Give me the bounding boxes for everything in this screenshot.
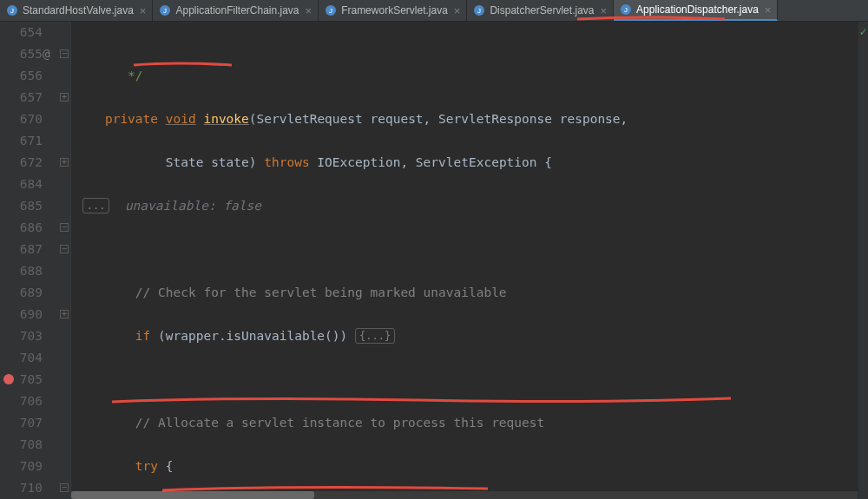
svg-text:J: J — [163, 7, 167, 15]
line-number[interactable]: 657 — [0, 87, 43, 108]
close-icon[interactable]: × — [306, 4, 312, 17]
inlay-hint: unavailable: false — [125, 199, 261, 213]
tab-label: StandardHostValve.java — [23, 4, 134, 16]
line-number[interactable]: 689 — [0, 282, 43, 304]
code-line[interactable]: try { — [71, 456, 858, 477]
code-line[interactable]: if (wrapper.isUnavailable()) {...} — [71, 325, 858, 347]
code-line[interactable] — [71, 369, 858, 391]
keyword-try: try — [135, 459, 158, 473]
close-icon[interactable]: × — [140, 4, 147, 17]
line-number[interactable]: 709 — [0, 456, 43, 477]
method-name-invoke: invoke — [203, 112, 248, 126]
annotation-mark — [162, 487, 488, 490]
line-number[interactable]: 688 — [0, 260, 43, 282]
close-icon[interactable]: × — [454, 4, 461, 17]
line-number[interactable]: 704 — [0, 347, 43, 369]
override-marker-icon[interactable]: @ — [43, 43, 50, 65]
annotation-mark — [112, 398, 731, 402]
line-number[interactable]: 687 — [0, 239, 43, 260]
code-text: { — [158, 459, 173, 473]
editor-tab[interactable]: JFrameworkServlet.java× — [319, 0, 467, 21]
line-number[interactable]: 684 — [0, 174, 43, 195]
code-line[interactable]: private void invoke(ServletRequest reque… — [71, 108, 858, 130]
java-file-icon: J — [620, 3, 632, 16]
fold-collapse-icon[interactable]: − — [60, 483, 69, 492]
inspection-ok-icon: ✓ — [860, 24, 867, 38]
line-number-gutter: 654655@656657670671672684685686687688689… — [0, 22, 58, 499]
line-number[interactable]: 710 — [0, 477, 43, 499]
comment: // Allocate a servlet instance to proces… — [135, 416, 544, 430]
fold-collapse-icon[interactable]: − — [60, 223, 69, 232]
keyword-throws: throws — [264, 155, 309, 169]
svg-text:J: J — [10, 7, 14, 15]
line-number[interactable]: 671 — [0, 130, 43, 152]
tab-label: ApplicationDispatcher.java — [636, 3, 759, 16]
line-number[interactable]: 707 — [0, 412, 43, 434]
keyword-void: void — [166, 112, 196, 126]
editor-area: 654655@656657670671672684685686687688689… — [0, 22, 868, 499]
code-line[interactable]: */ — [71, 65, 858, 87]
fold-marker[interactable]: {...} — [355, 328, 395, 344]
line-number[interactable]: 670 — [0, 108, 43, 130]
code-text: IOException, ServletException { — [310, 155, 552, 169]
java-file-icon: J — [6, 4, 18, 16]
close-icon[interactable]: × — [765, 3, 772, 16]
code-text: State state) — [75, 155, 264, 169]
line-number[interactable]: 686 — [0, 217, 43, 239]
line-number[interactable]: 654 — [0, 22, 43, 43]
tab-label: ApplicationFilterChain.java — [175, 4, 299, 16]
line-number[interactable]: 708 — [0, 434, 43, 456]
code-line[interactable]: // Check for the servlet being marked un… — [71, 282, 858, 304]
code-line[interactable]: State state) throws IOException, Servlet… — [71, 152, 858, 174]
fold-gutter: −++−−+−− — [58, 22, 71, 499]
code-line[interactable]: // Allocate a servlet instance to proces… — [71, 412, 858, 434]
line-number[interactable]: 656 — [0, 65, 43, 87]
tab-label: DispatcherServlet.java — [490, 4, 594, 16]
code-text: (wrapper.isUnavailable()) — [150, 329, 355, 343]
breakpoint-icon[interactable] — [3, 374, 14, 384]
fold-expand-icon[interactable]: + — [60, 93, 69, 102]
editor-tab[interactable]: JDispatcherServlet.java× — [467, 0, 614, 21]
keyword-private: private — [105, 112, 158, 126]
fold-expand-icon[interactable]: + — [60, 158, 69, 167]
java-file-icon: J — [159, 4, 171, 16]
svg-text:J: J — [624, 6, 628, 14]
code-area[interactable]: */ private void invoke(ServletRequest re… — [71, 22, 858, 499]
line-number[interactable]: 690 — [0, 304, 43, 325]
marker-strip[interactable]: ✓ — [858, 22, 868, 499]
code-line[interactable] — [71, 239, 858, 260]
line-number[interactable]: 672 — [0, 152, 43, 174]
editor-tab[interactable]: JStandardHostValve.java× — [0, 0, 153, 21]
line-number[interactable]: 655@ — [0, 43, 43, 65]
line-number[interactable]: 705 — [0, 369, 43, 391]
line-number[interactable]: 706 — [0, 391, 43, 412]
tab-label: FrameworkServlet.java — [341, 4, 448, 16]
line-number[interactable]: 703 — [0, 325, 43, 347]
close-icon[interactable]: × — [600, 4, 607, 17]
svg-text:J: J — [329, 7, 332, 15]
java-file-icon: J — [325, 4, 337, 16]
svg-text:J: J — [477, 7, 481, 15]
editor-tabs: JStandardHostValve.java×JApplicationFilt… — [0, 0, 868, 22]
fold-expand-icon[interactable]: + — [60, 310, 69, 318]
comment: // Check for the servlet being marked un… — [135, 286, 507, 299]
editor-tab[interactable]: JApplicationDispatcher.java× — [614, 0, 778, 21]
fold-collapse-icon[interactable]: − — [60, 245, 69, 253]
code-line[interactable]: ... unavailable: false — [71, 195, 858, 217]
fold-marker[interactable]: ... — [82, 198, 110, 213]
line-number[interactable]: 685 — [0, 195, 43, 217]
editor-tab[interactable]: JApplicationFilterChain.java× — [153, 0, 319, 21]
javadoc-close: */ — [128, 69, 142, 82]
java-file-icon: J — [473, 4, 485, 16]
scrollbar-thumb[interactable] — [71, 491, 314, 499]
fold-collapse-icon[interactable]: − — [60, 49, 69, 58]
keyword-if: if — [135, 329, 150, 343]
code-text: (ServletRequest request, ServletResponse… — [249, 112, 628, 126]
horizontal-scrollbar[interactable] — [71, 491, 858, 499]
